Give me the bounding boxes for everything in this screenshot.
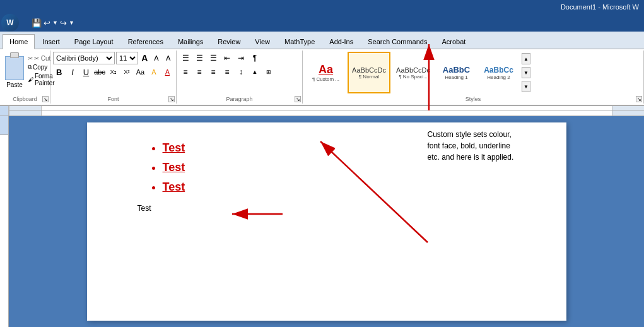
tab-acrobat[interactable]: Acrobat [435,33,472,49]
bullets-button[interactable]: ☰ [179,52,192,64]
format-painter-icon: 🖌 [28,76,33,83]
font-group-label: Font [50,96,176,102]
numbering-button[interactable]: ☰ [193,52,206,64]
ribbon-tabs: Home Insert Page Layout References Maili… [0,32,644,49]
quick-undo-button[interactable]: ↩ [44,18,50,28]
font-size-select[interactable]: 11 [116,52,138,64]
tab-view[interactable]: View [248,33,277,49]
tab-home[interactable]: Home [3,34,35,49]
paste-icon [5,56,24,80]
multilevel-button[interactable]: ☰ [207,52,220,64]
title-bar: Document1 - Microsoft W [0,0,644,14]
align-left-button[interactable]: ≡ [179,66,192,78]
font-group: Calibri (Body) 11 A A A B I U abc X₂ X² … [50,51,177,104]
style-heading1-label: Heading 1 [445,74,467,80]
highlight-button[interactable]: A [148,66,160,78]
clear-formatting-button[interactable]: A [163,52,173,64]
style-heading2[interactable]: AaBbCc Heading 2 [478,52,519,93]
style-normal[interactable]: AaBbCcDc ¶ Normal [348,52,390,93]
font-grow-button[interactable]: A [139,52,150,64]
tab-add-ins[interactable]: Add-Ins [322,33,360,49]
clipboard-group: Paste ✂ ✂ Cut ⧉ Copy 🖌 Format Painter Cl… [0,51,50,104]
list-item: Test [163,181,516,194]
annotation-line2: font face, bold, underline [428,140,554,152]
styles-group: Aa ¶ Custom ... AaBbCcDc ¶ Normal AaBbCc… [303,51,644,104]
paste-label: Paste [6,81,23,88]
paragraph-group-label: Paragraph [177,96,302,102]
bold-button[interactable]: B [53,66,65,78]
quick-save-button[interactable]: 💾 [32,18,42,28]
paste-button[interactable]: Paste [3,53,26,90]
italic-button[interactable]: I [66,66,78,78]
align-center-button[interactable]: ≡ [193,66,206,78]
quick-undo-dropdown-button[interactable]: ▼ [52,20,58,26]
styles-group-label: Styles [303,96,643,102]
style-no-spacing-preview: AaBbCcDc [396,66,430,74]
cut-icon: ✂ [28,55,33,62]
plain-text: Test [138,204,516,213]
styles-row: Aa ¶ Custom ... AaBbCcDc ¶ Normal AaBbCc… [305,52,641,102]
tab-search-commands[interactable]: Search Commands [361,33,434,49]
style-no-spacing-label: ¶ No Spaci... [399,74,428,80]
style-heading1[interactable]: AaBbC Heading 1 [436,52,477,93]
document-page: Test Test Test Test Custom style sets co… [87,122,566,321]
quick-redo-button[interactable]: ↪ [60,18,67,28]
decrease-indent-button[interactable]: ⇤ [221,52,233,64]
annotation-box: Custom style sets colour, font face, bol… [428,129,554,163]
tab-review[interactable]: Review [211,33,247,49]
styles-expand-button[interactable]: ↘ [636,96,642,102]
underline-button[interactable]: U [80,66,92,78]
style-custom-preview: Aa [319,63,333,76]
vertical-ruler [0,116,9,327]
justify-button[interactable]: ≡ [221,66,233,78]
annotation-line1: Custom style sets colour, [428,129,554,140]
style-heading2-preview: AaBbCc [484,66,513,74]
style-custom[interactable]: Aa ¶ Custom ... [305,52,346,93]
office-button[interactable]: W [1,14,19,32]
quick-customize-button[interactable]: ▼ [69,20,74,26]
paragraph-expand-button[interactable]: ↘ [295,96,301,102]
styles-scroll-down-button[interactable]: ▼ [522,67,530,78]
style-heading1-preview: AaBbC [443,65,470,74]
line-spacing-button[interactable]: ↕ [235,66,247,78]
style-normal-preview: AaBbCcDc [352,66,386,74]
shading-button[interactable]: ▲ [249,66,261,78]
style-custom-label: ¶ Custom ... [312,76,339,82]
tab-insert[interactable]: Insert [35,33,67,49]
style-heading2-label: Heading 2 [487,74,510,80]
show-hide-button[interactable]: ¶ [249,52,261,64]
tab-page-layout[interactable]: Page Layout [67,33,120,49]
superscript-button[interactable]: X² [120,66,132,78]
styles-more-button[interactable]: ▼ [522,81,530,92]
clipboard-expand-button[interactable]: ↘ [42,96,49,102]
document-scroll-area[interactable]: Test Test Test Test Custom style sets co… [9,116,644,327]
ribbon: Paste ✂ ✂ Cut ⧉ Copy 🖌 Format Painter Cl… [0,49,644,106]
list-item: Test [163,161,516,174]
font-color-button[interactable]: A [161,66,173,78]
align-right-button[interactable]: ≡ [207,66,220,78]
style-normal-label: ¶ Normal [359,74,379,80]
font-face-select[interactable]: Calibri (Body) [53,52,115,64]
styles-scroll-up-button[interactable]: ▲ [522,53,530,64]
borders-button[interactable]: ⊞ [262,66,275,78]
tab-references[interactable]: References [121,33,170,49]
copy-label: Copy [33,64,47,71]
subscript-button[interactable]: X₂ [107,66,119,78]
tab-mailings[interactable]: Mailings [171,33,210,49]
change-case-button[interactable]: Aa [134,66,146,78]
tab-mathtype[interactable]: MathType [278,33,322,49]
copy-icon: ⧉ [28,64,32,71]
cut-label: ✂ Cut [34,55,50,62]
font-expand-button[interactable]: ↘ [168,96,175,102]
style-no-spacing[interactable]: AaBbCcDc ¶ No Spaci... [392,52,435,93]
increase-indent-button[interactable]: ⇥ [235,52,247,64]
strikethrough-button[interactable]: abc [93,66,106,78]
horizontal-ruler [9,106,644,116]
font-shrink-button[interactable]: A [151,52,162,64]
paragraph-group: ☰ ☰ ☰ ⇤ ⇥ ¶ ≡ ≡ ≡ ≡ ↕ ▲ ⊞ Paragraph ↘ [177,51,303,104]
annotation-line3: etc. and here is it applied. [428,152,554,163]
